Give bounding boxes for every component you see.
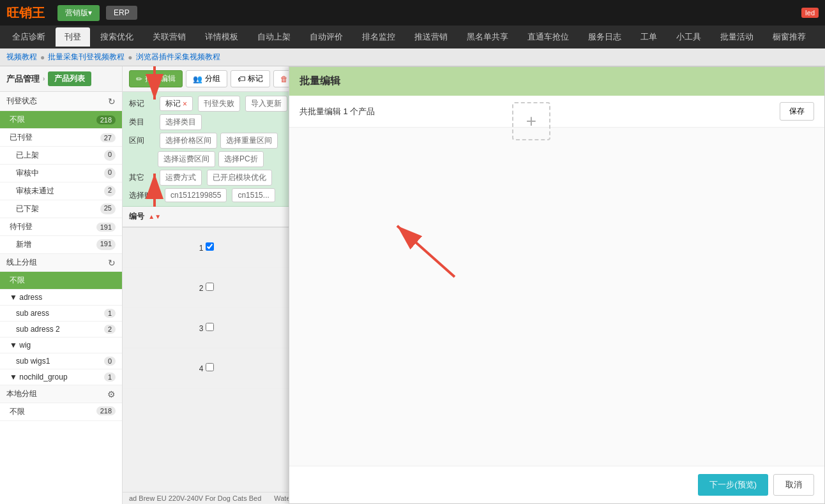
nav-item-denglu[interactable]: 刊登	[56, 27, 90, 47]
sidebar-review-failed[interactable]: 审核未通过 2	[0, 182, 122, 200]
local-group-unlimited[interactable]: 不限 218	[0, 403, 122, 421]
group-sub-aress[interactable]: sub aress 1	[0, 306, 122, 322]
nav-item-quandian[interactable]: 全店诊断	[3, 27, 54, 47]
row-2-checkbox[interactable]	[206, 283, 214, 291]
row-3-checkbox[interactable]	[206, 323, 214, 331]
bulk-edit-button[interactable]: ✏ 批量编辑	[129, 70, 183, 87]
group-sub-adress2[interactable]: sub adress 2 2	[0, 322, 122, 337]
filter-tag-remove[interactable]: ×	[183, 100, 187, 108]
filter-category-select[interactable]: 选择类目	[160, 114, 202, 130]
main-area: 产品管理 › 产品列表 刊登状态 ↻ 不限 218 已刊登 27	[0, 66, 825, 504]
bulk-edit-modal: 批量编辑 共批量编辑 1 个产品 保存 + 下一步(预览) 取消	[289, 66, 825, 504]
group-adress[interactable]: ▼ adress	[0, 290, 122, 306]
sort-icon: ▲▼	[148, 213, 161, 220]
col-id[interactable]: 编号 ▲▼	[123, 207, 291, 227]
row-4-checkbox[interactable]	[206, 363, 214, 371]
nav-item-window[interactable]: 橱窗推荐	[764, 27, 815, 47]
filter-shipping-select[interactable]: 选择运费区间	[158, 151, 215, 167]
filter-price-select[interactable]: 选择价格区间	[160, 133, 217, 149]
nav-item-service[interactable]: 服务日志	[579, 27, 630, 47]
group-refresh-icon[interactable]: ↻	[108, 258, 116, 268]
nav-item-push[interactable]: 推送营销	[405, 27, 457, 47]
online-group-unlimited[interactable]: 不限	[0, 272, 122, 290]
nav-item-tools[interactable]: 小工具	[667, 27, 710, 47]
modal-header: 批量编辑	[289, 67, 824, 96]
tag-button[interactable]: 🏷 标记	[231, 70, 270, 87]
online-group-header[interactable]: 线上分组 ↻	[0, 254, 122, 272]
sidebar-delisted[interactable]: 已下架 25	[0, 200, 122, 218]
group-sub-wigs1[interactable]: sub wigs1 0	[0, 353, 122, 369]
sidebar-unlimited[interactable]: 不限 218	[0, 111, 122, 129]
filter-account2[interactable]: cn1515...	[232, 188, 275, 202]
refresh-icon[interactable]: ↻	[108, 96, 116, 107]
nav-item-rank[interactable]: 排名监控	[353, 27, 404, 47]
sidebar-reviewing[interactable]: 审核中 0	[0, 165, 122, 182]
nav-item-bulk[interactable]: 批量活动	[711, 27, 762, 47]
filter-account1[interactable]: cn1512199855	[165, 188, 227, 202]
nav-item-search[interactable]: 搜索优化	[91, 27, 142, 47]
group-wig[interactable]: ▼ wig	[0, 337, 122, 353]
ied-badge: Ied	[801, 8, 819, 18]
breadcrumb-bulk[interactable]: 批量采集刊登视频教程	[48, 52, 125, 63]
product-list-tab[interactable]: 产品列表	[48, 71, 91, 86]
nav-item-direct[interactable]: 直通车抢位	[518, 27, 578, 47]
local-group-section: 本地分组 ⚙ 不限 218	[0, 385, 122, 421]
breadcrumb-video[interactable]: 视频教程	[6, 52, 37, 63]
online-group-section: 线上分组 ↻ 不限 ▼ adress sub aress 1 sub adres…	[0, 254, 122, 385]
group-nochild[interactable]: ▼ nochild_group 1	[0, 369, 122, 385]
row-4-id: 4	[123, 348, 291, 389]
nav-item-autoupload[interactable]: 自动上架	[248, 27, 299, 47]
modal-cancel-button[interactable]: 取消	[773, 474, 814, 496]
sidebar-listed-on[interactable]: 已上架 0	[0, 147, 122, 165]
filter-tag-badge[interactable]: 标记 ×	[160, 96, 193, 111]
modal-add-button[interactable]: +	[512, 102, 550, 140]
row-1-id: 1	[123, 227, 291, 268]
nav-item-autorate[interactable]: 自动评价	[301, 27, 352, 47]
nav-item-blacklist[interactable]: 黑名单共享	[458, 27, 517, 47]
modal-body: +	[289, 128, 824, 466]
modal-footer: 下一步(预览) 取消	[289, 466, 824, 503]
nav-item-template[interactable]: 详情模板	[196, 27, 247, 47]
content-area: ✏ 批量编辑 👥 分组 🏷 标记 🗑 删除 ▼	[123, 66, 825, 504]
erp-button[interactable]: ERP	[106, 6, 137, 20]
row-2-id: 2	[123, 268, 291, 308]
modal-subheader: 共批量编辑 1 个产品 保存	[289, 96, 824, 128]
row-1-checkbox[interactable]	[206, 242, 214, 251]
nav-item-related[interactable]: 关联营销	[144, 27, 195, 47]
app-logo: 旺销王	[6, 4, 45, 22]
modal-save-button[interactable]: 保存	[780, 102, 814, 121]
breadcrumb-browser[interactable]: 浏览器插件采集视频教程	[136, 52, 220, 63]
sidebar: 产品管理 › 产品列表 刊登状态 ↻ 不限 218 已刊登 27	[0, 66, 123, 504]
nav-item-ticket[interactable]: 工单	[632, 27, 666, 47]
filter-import-btn[interactable]: 导入更新	[245, 96, 287, 112]
filter-shipping-method[interactable]: 运费方式	[160, 170, 202, 186]
top-right-area: Ied	[801, 8, 819, 18]
nav-bar: 全店诊断 刊登 搜索优化 关联营销 详情模板 自动上架 自动评价 排名监控 推送…	[0, 26, 825, 48]
sidebar-listed[interactable]: 已刊登 27	[0, 129, 122, 147]
sidebar-product-header: 产品管理 › 产品列表	[0, 66, 122, 92]
filter-module-status[interactable]: 已开启模块优化	[207, 170, 272, 186]
sidebar-new[interactable]: 新增 191	[0, 236, 122, 254]
filter-weight-select[interactable]: 选择重量区间	[220, 133, 278, 149]
local-group-settings-icon[interactable]: ⚙	[107, 389, 116, 399]
listing-status-header[interactable]: 刊登状态 ↻	[0, 92, 122, 111]
row-3-id: 3	[123, 308, 291, 348]
filter-failed-btn[interactable]: 刊登失败	[198, 96, 240, 112]
top-header: 旺销王 营销版▾ ERP Ied	[0, 0, 825, 26]
sidebar-pending[interactable]: 待刊登 191	[0, 218, 122, 236]
listing-status-section: 刊登状态 ↻ 不限 218 已刊登 27 已上架 0 审核中 0	[0, 92, 122, 254]
marketing-version-button[interactable]: 营销版▾	[57, 5, 100, 21]
local-group-header[interactable]: 本地分组 ⚙	[0, 385, 122, 403]
filter-pc-select[interactable]: 选择PC折	[218, 151, 264, 167]
breadcrumb: 视频教程 ● 批量采集刊登视频教程 ● 浏览器插件采集视频教程	[0, 48, 825, 66]
modal-next-button[interactable]: 下一步(预览)	[698, 474, 768, 496]
group-button[interactable]: 👥 分组	[186, 70, 227, 87]
